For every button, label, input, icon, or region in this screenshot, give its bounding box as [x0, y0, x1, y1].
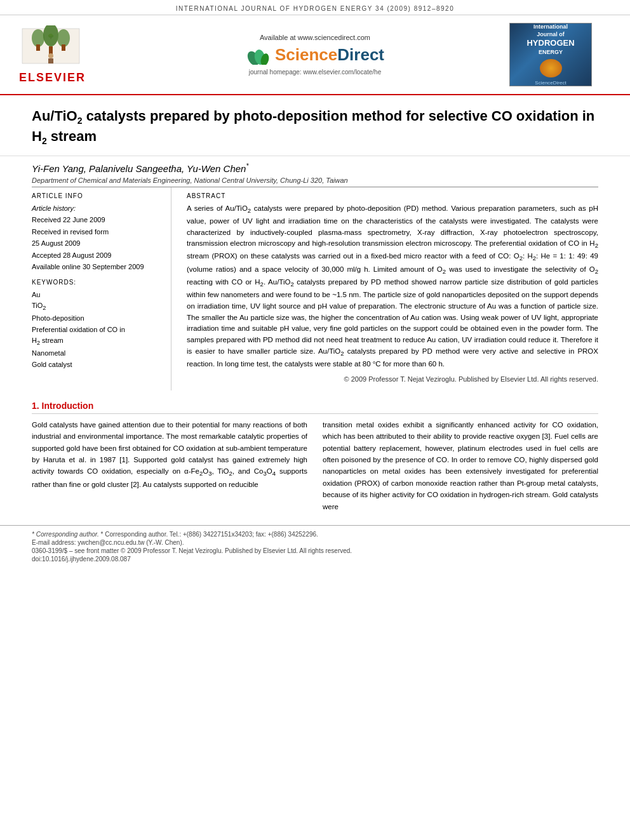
svg-point-4 [57, 29, 70, 47]
sciencedirect-logo: ScienceDirect [121, 45, 509, 65]
elsevier-text: ELSEVIER [19, 71, 86, 84]
footer-email: E-mail address: ywchen@cc.ncu.edu.tw (Y.… [32, 539, 598, 546]
svg-rect-7 [62, 44, 65, 51]
journal-bar: INTERNATIONAL JOURNAL OF HYDROGEN ENERGY… [0, 0, 630, 15]
intro-two-col: Gold catalysts have gained attention due… [32, 419, 598, 512]
intro-text-right: transition metal oxides exhibit a signif… [323, 419, 598, 512]
cover-publisher: ScienceDirect [535, 80, 566, 86]
hydrogen-journal-cover: International Journal of HYDROGEN ENERGY… [509, 23, 592, 86]
revised-date: 25 August 2009 [32, 238, 159, 249]
svg-point-8 [48, 53, 53, 58]
svg-point-2 [32, 29, 44, 47]
title-sub-h2: 2 [42, 137, 47, 147]
sd-url: Available at www.sciencedirect.com [121, 34, 509, 41]
sd-blue-text: Direct [337, 45, 384, 64]
revised-label: Received in revised form [32, 227, 159, 237]
abstract-col: ABSTRACT A series of Au/TiO2 catalysts w… [171, 187, 598, 390]
keyword-photodeposition: Photo-deposition [32, 313, 159, 324]
sd-orange-text: Science [275, 45, 337, 64]
svg-rect-5 [49, 46, 53, 54]
affiliation: Department of Chemical and Materials Eng… [32, 177, 598, 184]
svg-rect-6 [36, 44, 40, 51]
elsevier-logo: 🌳 ELSEVIER [19, 25, 86, 84]
intro-left-col: Gold catalysts have gained attention due… [32, 419, 307, 512]
keyword-gold-catalyst: Gold catalyst [32, 359, 159, 371]
title-section: Au/TiO2 catalysts prepared by photo-depo… [0, 95, 630, 156]
keyword-nanometal: Nanometal [32, 348, 159, 359]
cover-title-line1: International Journal of HYDROGEN ENERGY [526, 23, 574, 57]
keywords-label: Keywords: [32, 279, 159, 286]
article-history-label: Article history: [32, 203, 159, 214]
elsevier-tree-icon: 🌳 [19, 25, 83, 70]
header-center: Available at www.sciencedirect.com Scien… [121, 34, 509, 76]
sd-leaves-icon [246, 46, 271, 65]
intro-text-left: Gold catalysts have gained attention due… [32, 419, 307, 491]
corresponding-contact: * Corresponding author. Tel.: +(886) 342… [101, 531, 318, 538]
footer-corresponding: * Corresponding author. * Corresponding … [32, 531, 598, 538]
article-title: Au/TiO2 catalysts prepared by photo-depo… [32, 107, 598, 148]
journal-title: INTERNATIONAL JOURNAL OF HYDROGEN ENERGY… [176, 5, 454, 12]
title-sub2: 2 [77, 116, 83, 126]
keywords-section: Keywords: Au TiO2 Photo-deposition Prefe… [32, 279, 159, 371]
footer-doi: doi:10.1016/j.ijhydene.2009.08.087 [32, 556, 598, 563]
corresponding-asterisk: * [246, 163, 248, 170]
copyright-line: © 2009 Professor T. Nejat Veziroglu. Pub… [187, 375, 598, 383]
journal-homepage-url: journal homepage: www.elsevier.com/locat… [121, 69, 509, 76]
corresponding-label: * Corresponding author. [32, 531, 101, 538]
online-date: Available online 30 September 2009 [32, 262, 159, 272]
keyword-tio2: TiO2 [32, 300, 159, 313]
intro-heading: 1. Introduction [32, 401, 598, 414]
footer: * Corresponding author. * Corresponding … [0, 525, 630, 569]
body-content: 1. Introduction Gold catalysts have gain… [0, 390, 630, 512]
accepted-date: Accepted 28 August 2009 [32, 250, 159, 261]
authors: Yi-Fen Yang, Palanivelu Sangeetha, Yu-We… [32, 163, 598, 174]
svg-rect-9 [48, 58, 53, 63]
received-date: Received 22 June 2009 [32, 215, 159, 225]
footer-issn: 0360-3199/$ – see front matter © 2009 Pr… [32, 547, 598, 554]
elsevier-logo-block: 🌳 ELSEVIER [19, 25, 121, 84]
article-info-label: ARTICLE INFO [32, 192, 159, 199]
header: 🌳 ELSEVIER Available at www.sciencedirec… [0, 15, 630, 95]
hydrogen-cover-block: International Journal of HYDROGEN ENERGY… [509, 23, 611, 86]
intro-right-col: transition metal oxides exhibit a signif… [323, 419, 598, 512]
authors-section: Yi-Fen Yang, Palanivelu Sangeetha, Yu-We… [0, 156, 630, 187]
page: INTERNATIONAL JOURNAL OF HYDROGEN ENERGY… [0, 0, 630, 569]
keyword-prox: Preferential oxidation of CO in [32, 324, 159, 336]
info-abstract-wrapper: ARTICLE INFO Article history: Received 2… [32, 187, 598, 390]
keyword-h2-stream: H2 stream [32, 335, 159, 348]
cover-circle-graphic [540, 59, 562, 77]
keyword-au: Au [32, 290, 159, 301]
sd-brand-text: ScienceDirect [275, 45, 384, 65]
abstract-label: ABSTRACT [187, 192, 598, 199]
article-info-col: ARTICLE INFO Article history: Received 2… [32, 187, 171, 390]
abstract-text: A series of Au/TiO2 catalysts were prepa… [187, 203, 598, 370]
